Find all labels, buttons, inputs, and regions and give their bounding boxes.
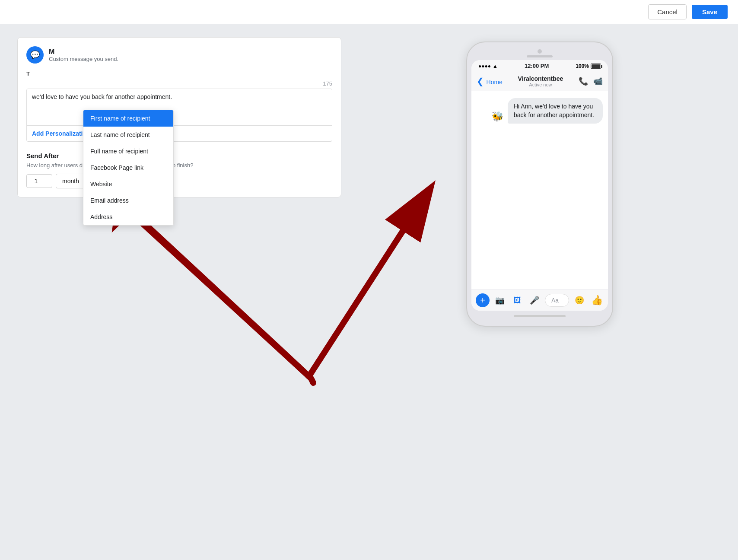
- status-right: 100%: [576, 63, 601, 69]
- home-indicator: [514, 315, 566, 317]
- signal-dots: ●●●●: [478, 63, 491, 69]
- right-panel: ●●●● ▲ 12:00 PM 100% ❮ Home: [359, 37, 721, 547]
- status-time: 12:00 PM: [525, 63, 549, 69]
- phone-screen: ●●●● ▲ 12:00 PM 100% ❮ Home: [471, 60, 608, 311]
- add-button[interactable]: +: [476, 293, 490, 307]
- left-panel: 💬 M Custom message you send. T 175 First…: [17, 37, 341, 547]
- dropdown-item-fullname[interactable]: Full name of recipient: [83, 143, 173, 159]
- card-icon: 💬: [26, 46, 44, 64]
- messenger-input-bar: + 📷 🖼 🎤 Aa 🙂 👍: [471, 290, 608, 311]
- send-after-number-input[interactable]: [26, 174, 52, 188]
- status-bar: ●●●● ▲ 12:00 PM 100%: [471, 60, 608, 72]
- send-after-section: Send After How long after users drop off…: [26, 152, 332, 188]
- top-bar: Cancel Save: [0, 0, 738, 24]
- phone-notch: [471, 49, 608, 57]
- send-after-description: How long after users drop off do you wan…: [26, 162, 332, 169]
- dropdown-item-email[interactable]: Email address: [83, 192, 173, 209]
- battery-fill: [592, 64, 600, 68]
- contact-status: Active now: [506, 82, 575, 87]
- wifi-icon: ▲: [493, 63, 498, 69]
- send-after-controls: minute hour day week month: [26, 174, 332, 188]
- battery-icon: [591, 64, 601, 69]
- messages-area: 🐝 Hi Ann, we'd love to have you back for…: [471, 91, 608, 290]
- messenger-contact: Viralcontentbee Active now: [506, 75, 575, 87]
- messenger-actions: 📞 📹: [579, 76, 603, 86]
- send-after-title: Send After: [26, 152, 332, 159]
- dropdown-item-pagelink[interactable]: Facebook Page link: [83, 159, 173, 176]
- phone-mockup: ●●●● ▲ 12:00 PM 100% ❮ Home: [466, 41, 613, 327]
- card-title: M: [49, 48, 332, 56]
- message-bubble: Hi Ann, we'd love to have you back for a…: [508, 98, 603, 124]
- add-personalization-button[interactable]: Add Personalization: [27, 125, 332, 141]
- card-title-area: M Custom message you send.: [49, 48, 332, 62]
- camera-icon[interactable]: 📷: [493, 293, 507, 307]
- messenger-header: ❮ Home Viralcontentbee Active now 📞 📹: [471, 72, 608, 91]
- video-call-icon[interactable]: 📹: [593, 76, 603, 86]
- card: 💬 M Custom message you send. T 175 First…: [17, 37, 341, 197]
- cancel-button[interactable]: Cancel: [648, 4, 687, 19]
- photo-icon[interactable]: 🖼: [510, 293, 524, 307]
- char-count: 175: [323, 80, 332, 87]
- mic-icon[interactable]: 🎤: [528, 293, 541, 307]
- phone-camera: [538, 49, 542, 54]
- message-textarea[interactable]: we'd love to have you back for another a…: [27, 89, 332, 124]
- card-subtitle: Custom message you send.: [49, 56, 332, 62]
- dropdown-item-address[interactable]: Address: [83, 209, 173, 225]
- status-left: ●●●● ▲: [478, 63, 498, 69]
- back-label: Home: [487, 79, 503, 86]
- message-row: 🐝 Hi Ann, we'd love to have you back for…: [477, 98, 603, 124]
- phone-call-icon[interactable]: 📞: [579, 76, 588, 86]
- dropdown-item-lastname[interactable]: Last name of recipient: [83, 127, 173, 143]
- phone-speaker: [527, 55, 553, 57]
- back-button[interactable]: ❮ Home: [477, 76, 503, 86]
- emoji-icon[interactable]: 🙂: [573, 293, 586, 307]
- section-label: T: [26, 70, 332, 77]
- personalization-dropdown[interactable]: First name of recipient Last name of rec…: [83, 110, 174, 226]
- card-header: 💬 M Custom message you send.: [26, 46, 332, 64]
- message-input[interactable]: Aa: [545, 294, 569, 307]
- contact-name: Viralcontentbee: [506, 75, 575, 82]
- save-button[interactable]: Save: [692, 5, 728, 19]
- message-icon: 💬: [30, 50, 40, 60]
- char-count-row: 175: [26, 80, 332, 87]
- bot-avatar: 🐝: [490, 110, 504, 124]
- chevron-left-icon: ❮: [477, 76, 484, 86]
- battery-pct: 100%: [576, 63, 589, 69]
- dropdown-item-firstname[interactable]: First name of recipient: [83, 110, 173, 127]
- message-area-wrapper: First name of recipient Last name of rec…: [26, 89, 332, 142]
- dropdown-item-website[interactable]: Website: [83, 176, 173, 192]
- thumbs-up-icon[interactable]: 👍: [590, 293, 604, 307]
- main-content: 💬 M Custom message you send. T 175 First…: [0, 24, 738, 560]
